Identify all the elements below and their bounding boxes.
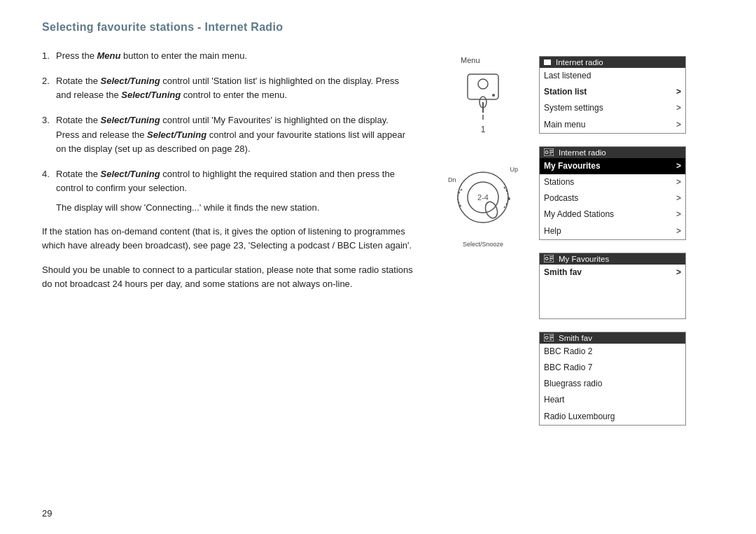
screen-internet-radio-1: Internet radio Last listened Station lis…	[539, 56, 686, 134]
screen-row-my-added-stations: My Added Stations >	[540, 206, 685, 223]
row-text: Radio Luxembourg	[544, 410, 615, 423]
page-number: 29	[42, 508, 52, 519]
row-arrow: >	[676, 85, 681, 99]
row-arrow: >	[676, 160, 681, 173]
screen-internet-radio-2: Internet radio My Favourites > Stations …	[539, 146, 686, 240]
screen-header-1: Internet radio	[540, 57, 685, 68]
row-text: My Favourites	[544, 160, 601, 173]
row-text: Main menu	[544, 118, 585, 132]
step-4: 4. Rotate the Select/Tuning control to h…	[42, 167, 413, 195]
rotary-control-icon: 2-4	[448, 162, 518, 239]
row-text: BBC Radio 2	[544, 345, 592, 358]
svg-point-1	[478, 79, 488, 89]
screen-row-empty-1	[540, 281, 685, 293]
row-text: Bluegrass radio	[544, 377, 602, 391]
instructions-column: 1. Press the Menu button to enter the ma…	[42, 49, 427, 520]
step-text-2: Rotate the Select/Tuning control until '…	[56, 74, 413, 102]
screen-header-4: Smith fav	[540, 332, 685, 344]
step-text-3: Rotate the Select/Tuning control until '…	[56, 113, 413, 155]
row-text: Smith fav	[544, 266, 582, 279]
screen-title-3: My Favourites	[559, 255, 609, 263]
screen-row-smith-fav: Smith fav >	[540, 265, 685, 281]
screen-row-radio-luxembourg: Radio Luxembourg	[540, 409, 685, 425]
step-indicator-1: 1	[481, 125, 486, 134]
row-text: Podcasts	[544, 192, 578, 205]
screen-row-station-list: Station list >	[540, 84, 685, 100]
svg-point-22	[545, 337, 548, 339]
screen-row-bbc-radio-7: BBC Radio 7	[540, 360, 685, 376]
hand-press-icon	[455, 67, 511, 123]
step-1: 1. Press the Menu button to enter the ma…	[42, 49, 413, 63]
row-text: Heart	[544, 393, 564, 407]
row-text: BBC Radio 7	[544, 361, 592, 374]
select-snooze-label: Select/Snooze	[448, 241, 518, 248]
screen-row-empty-3	[540, 306, 685, 318]
svg-point-2	[492, 94, 495, 97]
screen-row-bluegrass: Bluegrass radio	[540, 376, 685, 392]
screen-header-3: My Favourites	[540, 253, 685, 265]
row-text: Stations	[544, 176, 574, 189]
paragraph-2: Should you be unable to connect to a par…	[42, 263, 413, 291]
page-title: Selecting favourite stations - Internet …	[42, 21, 728, 34]
svg-text:2-4: 2-4	[477, 193, 489, 202]
screen-row-heart: Heart	[540, 392, 685, 408]
step-number-4: 4.	[42, 167, 56, 195]
screen-header-2: Internet radio	[540, 147, 685, 158]
row-arrow: >	[676, 225, 681, 238]
row-text: Last listened	[544, 69, 591, 83]
screen-row-main-menu: Main menu >	[540, 117, 685, 133]
right-column: Menu	[427, 49, 728, 520]
radio-icon	[544, 148, 554, 156]
row-text: Station list	[544, 85, 587, 99]
screen-title-1: Internet radio	[556, 58, 603, 66]
screen-title-4: Smith fav	[559, 334, 592, 342]
screen-row-stations: Stations >	[540, 174, 685, 190]
step-number-2: 2.	[42, 74, 56, 102]
dn-label: Dn	[448, 176, 456, 183]
sub-text: The display will show 'Connecting...' wh…	[56, 201, 413, 215]
row-arrow: >	[676, 208, 681, 221]
row-text: Help	[544, 225, 561, 238]
screen-row-podcasts: Podcasts >	[540, 190, 685, 206]
row-arrow: >	[676, 101, 681, 115]
diagram-menu-press: Menu	[455, 56, 511, 134]
row-text: System settings	[544, 101, 603, 115]
svg-point-17	[545, 258, 548, 260]
diagrams-column: Menu	[427, 49, 539, 520]
step-number-1: 1.	[42, 49, 56, 63]
screen-my-favourites: My Favourites Smith fav >	[539, 253, 686, 319]
row-arrow: >	[676, 192, 681, 205]
screen-row-empty-2	[540, 293, 685, 306]
svg-point-12	[545, 151, 548, 154]
screens-column: Internet radio Last listened Station lis…	[539, 49, 728, 520]
screen-smith-fav: Smith fav BBC Radio 2 BBC Radio 7 Bluegr…	[539, 332, 686, 426]
row-arrow: >	[676, 176, 681, 189]
screen-row-last-listened: Last listened	[540, 68, 685, 84]
radio-icon-2	[544, 255, 554, 262]
step-number-3: 3.	[42, 113, 56, 155]
paragraph-1: If the station has on-demand content (th…	[42, 225, 413, 253]
step-text-4: Rotate the Select/Tuning control to high…	[56, 167, 413, 195]
screen-row-bbc-radio-2: BBC Radio 2	[540, 344, 685, 360]
screen-row-my-favourites: My Favourites >	[540, 158, 685, 174]
radio-icon-3	[544, 334, 554, 342]
step-2: 2. Rotate the Select/Tuning control unti…	[42, 74, 413, 102]
up-label: Up	[510, 166, 518, 173]
row-arrow: >	[676, 266, 681, 279]
screen-title-2: Internet radio	[559, 148, 606, 157]
step-3: 3. Rotate the Select/Tuning control unti…	[42, 113, 413, 155]
row-arrow: >	[676, 118, 681, 132]
menu-label: Menu	[461, 56, 480, 64]
step-text-1: Press the Menu button to enter the main …	[56, 49, 247, 63]
screen-row-help: Help >	[540, 223, 685, 239]
header-block-icon	[544, 59, 551, 65]
row-text: My Added Stations	[544, 208, 614, 221]
diagram-rotary: Dn Up	[448, 162, 518, 248]
screen-row-system-settings: System settings >	[540, 100, 685, 116]
